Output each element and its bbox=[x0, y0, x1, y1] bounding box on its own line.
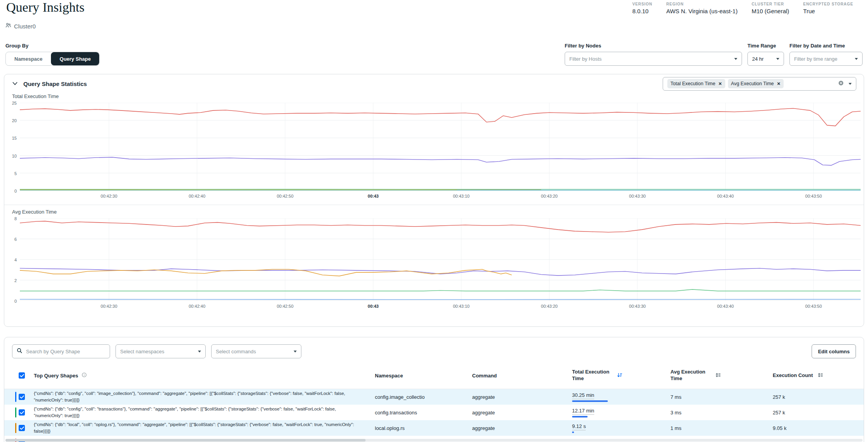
table-row: {"cmdNs": {"db": "local", "coll": "oplog… bbox=[4, 420, 864, 436]
x-tick-label: 00:43:10 bbox=[453, 194, 470, 198]
row-checkbox[interactable] bbox=[19, 394, 25, 400]
meta-item: REGIONAWS N. Virginia (us-east-1) bbox=[666, 2, 737, 14]
meta-label: ENCRYPTED STORAGE bbox=[803, 2, 853, 6]
metric-chip: Total Execution Time✕ bbox=[667, 79, 725, 88]
query-shape-color-bar bbox=[15, 407, 16, 417]
row-checkbox[interactable] bbox=[19, 425, 25, 431]
total-execution-time-cell: 9.12 s bbox=[572, 423, 670, 433]
total-execution-time-cell: 12.17 min bbox=[572, 408, 670, 417]
command-cell: aggregate bbox=[472, 394, 572, 400]
row-checkbox[interactable] bbox=[19, 409, 25, 416]
namespace-cell: config.image_collectio bbox=[375, 394, 472, 400]
avg-execution-time-cell: 7 ms bbox=[670, 394, 773, 400]
select-all-cell bbox=[4, 372, 29, 379]
stats-title: Query Shape Statistics bbox=[23, 81, 87, 87]
chevron-down-icon bbox=[849, 83, 852, 85]
table-row: {"cmdNs": {"db": "config", "coll": "imag… bbox=[4, 389, 864, 405]
query-shape-statistics-card: Query Shape Statistics Total Execution T… bbox=[4, 74, 864, 327]
x-tick-label: 00:43:40 bbox=[717, 194, 734, 198]
page-title: Query Insights bbox=[6, 0, 84, 15]
query-shape-search[interactable] bbox=[12, 344, 110, 358]
edit-columns-button[interactable]: Edit columns bbox=[812, 344, 856, 358]
filter-by-date-placeholder: Filter by time range bbox=[794, 56, 837, 62]
filter-by-nodes-placeholder: Filter by Hosts bbox=[569, 56, 602, 62]
plot-area[interactable] bbox=[20, 103, 861, 191]
chip-remove-icon[interactable]: ✕ bbox=[718, 81, 722, 86]
y-tick-label: 4 bbox=[14, 258, 17, 262]
series-avg-exec-purple bbox=[20, 268, 861, 276]
query-shape-color-bar bbox=[15, 423, 16, 433]
x-tick-label: 00:43:30 bbox=[629, 194, 646, 198]
chevron-down-icon bbox=[198, 351, 201, 353]
chevron-down-icon bbox=[294, 351, 297, 353]
query-insights-page: Query Insights Cluster0 VERSION8.0.10REG… bbox=[0, 0, 868, 442]
scrollbar-thumb[interactable] bbox=[5, 439, 366, 442]
total-execution-time-value: 12.17 min bbox=[572, 408, 594, 415]
command-cell: aggregate bbox=[472, 425, 572, 431]
plot-area[interactable] bbox=[20, 218, 861, 301]
column-header-namespace: Namespace bbox=[375, 373, 472, 379]
sort-icon[interactable] bbox=[817, 372, 823, 379]
x-tick-label: 00:43 bbox=[368, 304, 379, 309]
y-tick-label: 10 bbox=[12, 153, 17, 158]
x-tick-label: 00:42:50 bbox=[277, 194, 294, 198]
series-total-exec-purple bbox=[20, 157, 861, 165]
metric-multiselect[interactable]: Total Execution Time✕Avg Execution Time✕ bbox=[663, 77, 856, 91]
column-header-execution-count: Execution Count bbox=[773, 372, 864, 379]
total-execution-time-value: 9.12 s bbox=[572, 423, 586, 430]
meta-label: VERSION bbox=[632, 2, 652, 6]
cluster-breadcrumb[interactable]: Cluster0 bbox=[5, 23, 36, 30]
sort-icon[interactable] bbox=[617, 372, 622, 379]
series-total-exec-red bbox=[20, 108, 861, 126]
filter-by-nodes-select[interactable]: Filter by Hosts bbox=[565, 52, 742, 66]
chevron-down-icon bbox=[776, 58, 779, 60]
table-header: Top Query ShapesNamespaceCommandTotal Ex… bbox=[4, 365, 864, 389]
x-tick-label: 00:42:30 bbox=[101, 304, 117, 309]
sort-icon[interactable] bbox=[715, 372, 721, 379]
chart-total-execution-time: Total Execution Time 0510152025 00:42:30… bbox=[8, 93, 861, 201]
clear-all-icon[interactable] bbox=[838, 80, 844, 88]
x-tick-label: 00:43:20 bbox=[541, 194, 558, 198]
filters-right: Filter by Nodes Filter by Hosts Time Ran… bbox=[565, 43, 863, 66]
group-by-namespace[interactable]: Namespace bbox=[6, 52, 51, 65]
x-tick-label: 00:42:40 bbox=[189, 304, 205, 309]
query-shape-text: {"cmdNs": {"db": "local", "coll": "oplog… bbox=[29, 421, 375, 434]
collapse-chevron-icon[interactable] bbox=[12, 81, 18, 86]
series-avg-exec-red bbox=[20, 221, 861, 232]
select-all-checkbox[interactable] bbox=[19, 372, 25, 379]
total-execution-time-bar bbox=[572, 416, 588, 417]
table-controls: Select namespaces Select commands Edit c… bbox=[4, 337, 864, 365]
namespace-cell: local.oplog.rs bbox=[375, 425, 472, 431]
namespace-select[interactable]: Select namespaces bbox=[116, 344, 206, 358]
command-cell: aggregate bbox=[472, 410, 572, 416]
table-body: {"cmdNs": {"db": "config", "coll": "imag… bbox=[4, 389, 864, 442]
row-select-cell bbox=[4, 407, 29, 417]
meta-value: 8.0.10 bbox=[632, 8, 652, 14]
meta-label: REGION bbox=[666, 2, 737, 6]
x-tick-label: 00:43:40 bbox=[717, 304, 734, 309]
command-select[interactable]: Select commands bbox=[211, 344, 301, 358]
column-label: Execution Count bbox=[773, 372, 814, 379]
time-range-select[interactable]: 24 hr bbox=[747, 52, 784, 66]
x-tick-label: 00:43:20 bbox=[541, 304, 558, 309]
search-input[interactable] bbox=[25, 348, 105, 355]
chevron-down-icon bbox=[734, 58, 737, 60]
column-header-avg-execution-time: Avg Execution Time bbox=[670, 369, 773, 382]
column-label: Avg Execution Time bbox=[670, 369, 712, 382]
horizontal-scrollbar[interactable] bbox=[5, 439, 863, 442]
namespace-cell: config.transactions bbox=[375, 410, 472, 416]
group-by-query-shape[interactable]: Query Shape bbox=[51, 52, 99, 65]
y-tick-label: 25 bbox=[12, 101, 17, 105]
x-tick-label: 00:42:30 bbox=[101, 194, 117, 198]
chart-avg-execution-time: Avg Execution Time 02468 00:42:3000:42:4… bbox=[8, 209, 861, 311]
command-select-placeholder: Select commands bbox=[216, 349, 256, 354]
x-axis: 00:42:3000:42:4000:42:5000:4300:43:1000:… bbox=[20, 191, 861, 201]
column-label: Command bbox=[472, 373, 497, 379]
x-tick-label: 00:42:50 bbox=[277, 304, 294, 309]
metric-chip: Avg Execution Time✕ bbox=[728, 79, 784, 88]
filter-by-date-select[interactable]: Filter by time range bbox=[789, 52, 863, 66]
chip-remove-icon[interactable]: ✕ bbox=[777, 81, 780, 86]
y-tick-label: 15 bbox=[12, 136, 17, 140]
info-icon[interactable] bbox=[82, 372, 87, 379]
y-tick-label: 6 bbox=[14, 237, 17, 242]
